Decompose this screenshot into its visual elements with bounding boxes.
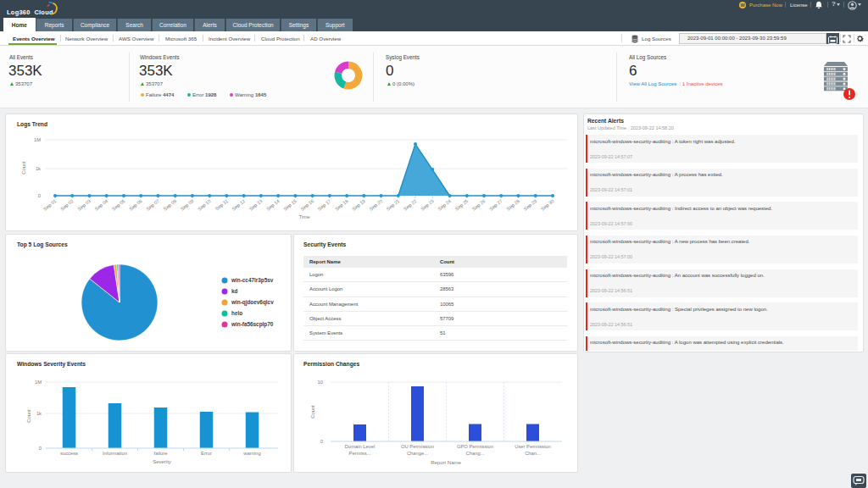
svg-text:Chang...: Chang... (466, 451, 485, 456)
svg-text:Sep 29: Sep 29 (523, 198, 538, 212)
svg-text:1M: 1M (35, 380, 42, 385)
svg-text:Sep 12: Sep 12 (231, 198, 247, 212)
svg-text:Sep 11: Sep 11 (214, 198, 229, 211)
svg-text:W: W (740, 3, 745, 8)
svg-text:Sep 25: Sep 25 (454, 198, 470, 212)
svg-text:Sep 23: Sep 23 (420, 198, 435, 212)
svg-text:warning: warning (242, 451, 260, 456)
svg-text:Time: Time (298, 214, 310, 219)
svg-text:Count: Count (26, 409, 31, 423)
svg-text:helo: helo (231, 310, 242, 316)
svg-text:Sep 20: Sep 20 (369, 198, 384, 212)
svg-text:Sep 16: Sep 16 (300, 198, 315, 212)
svg-text:Sep 18: Sep 18 (334, 198, 349, 212)
svg-text:Information: Information (103, 451, 127, 456)
svg-text:kd: kd (231, 288, 238, 294)
svg-text:win-fa56scplp70: win-fa56scplp70 (231, 321, 274, 328)
svg-text:Sep 28: Sep 28 (505, 198, 520, 212)
svg-text:0: 0 (320, 439, 323, 444)
svg-text:0: 0 (39, 446, 42, 451)
svg-text:User Permission: User Permission (515, 444, 551, 449)
svg-text:Severity: Severity (153, 459, 171, 464)
svg-text:Sep 06: Sep 06 (128, 198, 143, 212)
svg-text:OU Permission: OU Permission (401, 444, 434, 449)
svg-text:Chan...: Chan... (525, 451, 541, 456)
svg-text:Sep 09: Sep 09 (180, 198, 195, 212)
svg-text:Change...: Change... (407, 451, 429, 456)
svg-text:GPO Permission: GPO Permission (457, 444, 493, 449)
svg-text:Sep 14: Sep 14 (265, 198, 281, 212)
svg-text:Permiss...: Permiss... (349, 451, 371, 456)
svg-text:Sep 05: Sep 05 (111, 198, 126, 212)
svg-text:Sep 08: Sep 08 (163, 198, 178, 212)
svg-text:1k: 1k (36, 411, 42, 416)
svg-text:Sep 02: Sep 02 (59, 198, 75, 212)
svg-text:Sep 01: Sep 01 (42, 198, 58, 212)
svg-text:Count: Count (310, 405, 315, 419)
svg-text:1M: 1M (34, 137, 41, 142)
svg-text:Sep 04: Sep 04 (94, 198, 109, 212)
svg-text:win-qjdoev6qlcv: win-qjdoev6qlcv (231, 299, 274, 306)
svg-text:failure: failure (154, 451, 168, 456)
svg-text:Sep 03: Sep 03 (76, 198, 92, 212)
svg-text:Sep 27: Sep 27 (488, 198, 504, 212)
svg-text:1k: 1k (36, 166, 41, 171)
svg-text:Sep 26: Sep 26 (471, 198, 487, 212)
svg-text:Domain Level: Domain Level (345, 444, 375, 449)
svg-text:Sep 22: Sep 22 (403, 198, 418, 212)
svg-text:Count: Count (21, 161, 26, 175)
svg-text:Sep 17: Sep 17 (317, 198, 332, 212)
svg-text:Sep 21: Sep 21 (386, 198, 401, 212)
svg-text:0: 0 (38, 193, 41, 198)
svg-text:Sep 07: Sep 07 (145, 198, 160, 212)
svg-text:success: success (60, 451, 78, 456)
svg-text:Sep 15: Sep 15 (282, 198, 298, 212)
svg-text:Sep 24: Sep 24 (437, 198, 452, 212)
svg-text:Sep 30: Sep 30 (540, 198, 555, 212)
svg-text:win-cc47lr3p5sv: win-cc47lr3p5sv (231, 277, 274, 284)
svg-text:Report Name: Report Name (431, 460, 461, 465)
svg-text:Sep 13: Sep 13 (248, 198, 264, 212)
svg-text:10: 10 (318, 380, 323, 385)
svg-text:Sep 19: Sep 19 (351, 198, 366, 212)
svg-text:Error: Error (201, 451, 212, 456)
svg-text:Sep 10: Sep 10 (197, 198, 212, 212)
